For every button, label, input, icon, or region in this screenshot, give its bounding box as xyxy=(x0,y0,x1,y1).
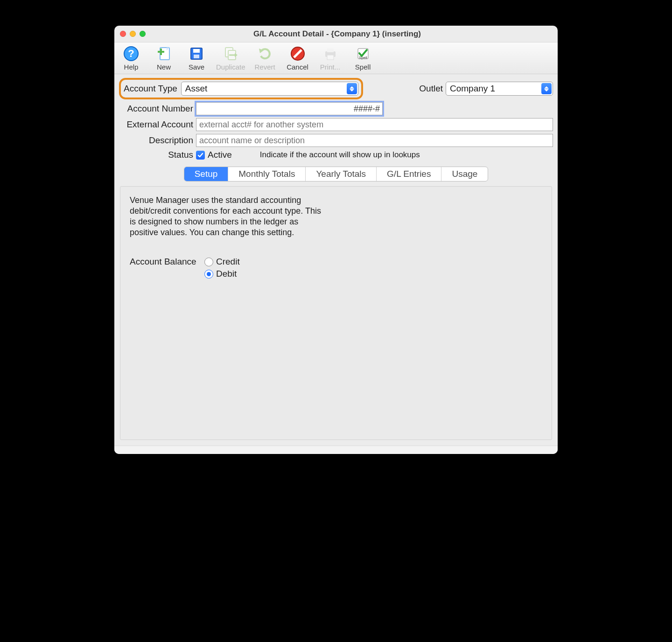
account-type-label: Account Type xyxy=(124,84,177,94)
outlet-label: Outlet xyxy=(419,84,443,94)
status-checkbox[interactable] xyxy=(196,151,205,160)
chevron-updown-icon xyxy=(347,83,357,94)
description-label: Description xyxy=(119,135,196,146)
status-label: Status xyxy=(119,150,196,160)
cancel-icon xyxy=(289,45,306,62)
setup-help-text: Venue Manager uses the standard accounti… xyxy=(130,195,326,238)
status-hint: Indicate if the account will show up in … xyxy=(260,150,420,160)
print-icon xyxy=(322,45,339,62)
titlebar: G/L Account Detail - {Company 1} (insert… xyxy=(114,26,558,42)
tab-yearly-totals[interactable]: Yearly Totals xyxy=(306,167,377,181)
tab-gl-entries[interactable]: G/L Entries xyxy=(377,167,441,181)
tab-bar: Setup Monthly Totals Yearly Totals G/L E… xyxy=(119,167,553,181)
window: G/L Account Detail - {Company 1} (insert… xyxy=(114,26,558,454)
window-title: G/L Account Detail - {Company 1} (insert… xyxy=(122,29,552,39)
duplicate-button: Duplicate xyxy=(216,45,245,71)
save-icon xyxy=(188,45,205,62)
external-account-input[interactable] xyxy=(196,118,553,131)
account-type-select[interactable]: Asset xyxy=(181,82,358,96)
account-number-mask: ####-# xyxy=(354,102,380,115)
account-balance-label: Account Balance xyxy=(130,257,204,267)
svg-rect-7 xyxy=(194,55,199,58)
toolbar: ? Help New Save Duplicate xyxy=(114,42,558,74)
svg-text:?: ? xyxy=(128,48,134,59)
spell-button[interactable]: Spell Spell xyxy=(350,45,376,71)
credit-radio[interactable] xyxy=(204,258,213,266)
cancel-button[interactable]: Cancel xyxy=(285,45,311,71)
spell-icon: Spell xyxy=(355,45,371,62)
debit-radio-label: Debit xyxy=(216,269,237,279)
tab-setup[interactable]: Setup xyxy=(184,167,229,181)
description-input[interactable] xyxy=(196,134,553,147)
new-button[interactable]: New xyxy=(151,45,177,71)
svg-rect-16 xyxy=(327,55,334,60)
svg-rect-15 xyxy=(327,49,334,52)
svg-rect-6 xyxy=(193,49,200,53)
chevron-updown-icon xyxy=(541,83,552,94)
external-account-label: External Account xyxy=(119,119,196,130)
outlet-value: Company 1 xyxy=(450,84,495,94)
outlet-select[interactable]: Company 1 xyxy=(446,82,553,96)
duplicate-icon xyxy=(222,45,239,62)
status-checkbox-label: Active xyxy=(208,150,232,160)
setup-panel: Venue Manager uses the standard accounti… xyxy=(120,186,552,440)
print-button: Print... xyxy=(317,45,343,71)
account-number-label: Account Number xyxy=(119,104,196,114)
tab-monthly-totals[interactable]: Monthly Totals xyxy=(228,167,306,181)
svg-text:Spell: Spell xyxy=(359,56,367,60)
tab-usage[interactable]: Usage xyxy=(441,167,488,181)
debit-radio[interactable] xyxy=(204,270,213,279)
svg-rect-4 xyxy=(160,49,162,55)
form-area: Account Type Asset Outlet Company 1 Acco… xyxy=(114,74,558,446)
account-type-value: Asset xyxy=(185,84,208,94)
new-icon xyxy=(155,45,172,62)
credit-radio-label: Credit xyxy=(216,257,240,267)
help-button[interactable]: ? Help xyxy=(118,45,144,71)
revert-icon xyxy=(257,45,273,62)
help-icon: ? xyxy=(123,45,140,62)
window-footer xyxy=(114,446,558,454)
save-button[interactable]: Save xyxy=(183,45,210,71)
revert-button: Revert xyxy=(252,45,278,71)
